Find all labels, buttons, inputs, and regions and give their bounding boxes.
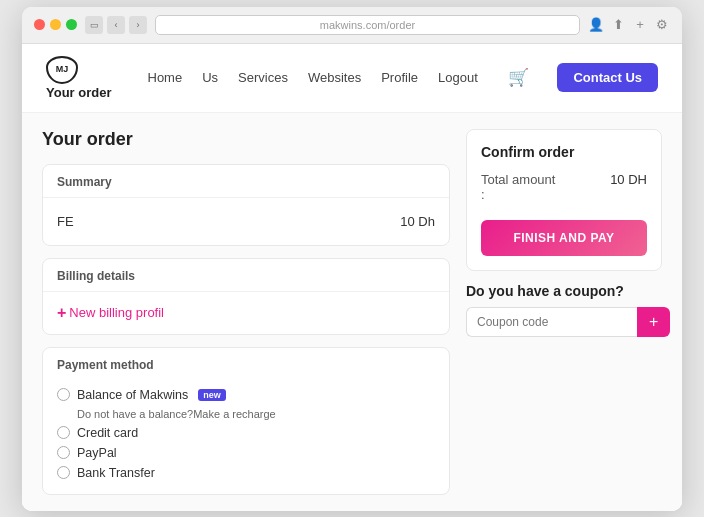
confirm-title: Confirm order	[481, 144, 647, 160]
add-tab-icon[interactable]: +	[632, 17, 648, 33]
payment-body: Balance of Makwins new Do not have a bal…	[43, 380, 449, 494]
billing-card: Billing details + New billing profil	[42, 258, 450, 335]
total-amount-value: 10 DH	[610, 172, 647, 202]
payment-header: Payment method	[43, 348, 449, 380]
radio-card[interactable]	[57, 426, 70, 439]
coupon-input[interactable]	[466, 307, 637, 337]
browser-actions: 👤 ⬆ + ⚙	[588, 17, 670, 33]
right-panel: Confirm order Total amount : 10 DH FINIS…	[466, 129, 662, 495]
address-text: makwins.com/order	[166, 19, 569, 31]
summary-body: FE 10 Dh	[43, 198, 449, 245]
nav-websites[interactable]: Websites	[308, 70, 361, 85]
summary-header: Summary	[43, 165, 449, 198]
browser-window: ▭ ‹ › makwins.com/order 👤 ⬆ + ⚙ MJ Your …	[22, 7, 682, 511]
extensions-icon[interactable]: ⚙	[654, 17, 670, 33]
payment-section: Payment method Balance of Makwins new Do…	[42, 347, 450, 495]
person-icon[interactable]: 👤	[588, 17, 604, 33]
plus-icon: +	[649, 313, 658, 331]
billing-body: + New billing profil	[43, 292, 449, 334]
logo-icon: MJ	[46, 56, 78, 84]
coupon-label: Do you have a coupon?	[466, 283, 662, 299]
logo-text: Your order	[46, 85, 112, 100]
page-title: Your order	[42, 129, 450, 164]
nav-home[interactable]: Home	[148, 70, 183, 85]
radio-bank[interactable]	[57, 466, 70, 479]
finish-pay-button[interactable]: FINISH AND PAY	[481, 220, 647, 256]
total-amount-label: Total amount :	[481, 172, 555, 202]
confirm-card: Confirm order Total amount : 10 DH FINIS…	[466, 129, 662, 271]
main-content: Your order Summary FE 10 Dh Billing deta…	[22, 113, 682, 511]
square-icon[interactable]: ▭	[85, 16, 103, 34]
share-icon[interactable]: ⬆	[610, 17, 626, 33]
add-billing-link[interactable]: + New billing profil	[57, 304, 435, 322]
logo-area: MJ Your order	[46, 56, 112, 100]
page: MJ Your order Home Us Services Websites …	[22, 44, 682, 511]
billing-link-text: New billing profil	[69, 305, 164, 320]
payment-balance-label: Balance of Makwins	[77, 388, 188, 402]
radio-balance[interactable]	[57, 388, 70, 401]
billing-header: Billing details	[43, 259, 449, 292]
summary-card: Summary FE 10 Dh	[42, 164, 450, 246]
navbar: MJ Your order Home Us Services Websites …	[22, 44, 682, 113]
coupon-input-row: +	[466, 307, 662, 337]
browser-controls: ▭ ‹ ›	[85, 16, 147, 34]
new-badge: new	[198, 389, 226, 401]
payment-card-label: Credit card	[77, 426, 138, 440]
back-icon[interactable]: ‹	[107, 16, 125, 34]
summary-row: FE 10 Dh	[57, 210, 435, 233]
payment-paypal-label: PayPal	[77, 446, 117, 460]
browser-chrome: ▭ ‹ › makwins.com/order 👤 ⬆ + ⚙	[22, 7, 682, 44]
payment-option-balance: Balance of Makwins new	[57, 388, 435, 402]
nav-services[interactable]: Services	[238, 70, 288, 85]
minimize-button[interactable]	[50, 19, 61, 30]
nav-links: Home Us Services Websites Profile Logout	[148, 70, 481, 85]
traffic-lights	[34, 19, 77, 30]
forward-icon[interactable]: ›	[129, 16, 147, 34]
no-balance-note: Do not have a balance?Make a recharge	[77, 408, 435, 420]
payment-bank-label: Bank Transfer	[77, 466, 155, 480]
plus-icon: +	[57, 304, 66, 322]
contact-us-button[interactable]: Contact Us	[557, 63, 658, 92]
nav-profile[interactable]: Profile	[381, 70, 418, 85]
payment-option-paypal: PayPal	[57, 446, 435, 460]
cart-icon[interactable]: 🛒	[508, 67, 529, 88]
coupon-submit-button[interactable]: +	[637, 307, 670, 337]
radio-paypal[interactable]	[57, 446, 70, 459]
summary-item-price: 10 Dh	[400, 214, 435, 229]
confirm-total-row: Total amount : 10 DH	[481, 172, 647, 202]
payment-option-card: Credit card	[57, 426, 435, 440]
close-button[interactable]	[34, 19, 45, 30]
payment-option-bank: Bank Transfer	[57, 466, 435, 480]
nav-logout[interactable]: Logout	[438, 70, 478, 85]
maximize-button[interactable]	[66, 19, 77, 30]
left-panel: Your order Summary FE 10 Dh Billing deta…	[42, 129, 450, 495]
summary-item-name: FE	[57, 214, 74, 229]
address-bar[interactable]: makwins.com/order	[155, 15, 580, 35]
nav-us[interactable]: Us	[202, 70, 218, 85]
coupon-section: Do you have a coupon? +	[466, 283, 662, 337]
